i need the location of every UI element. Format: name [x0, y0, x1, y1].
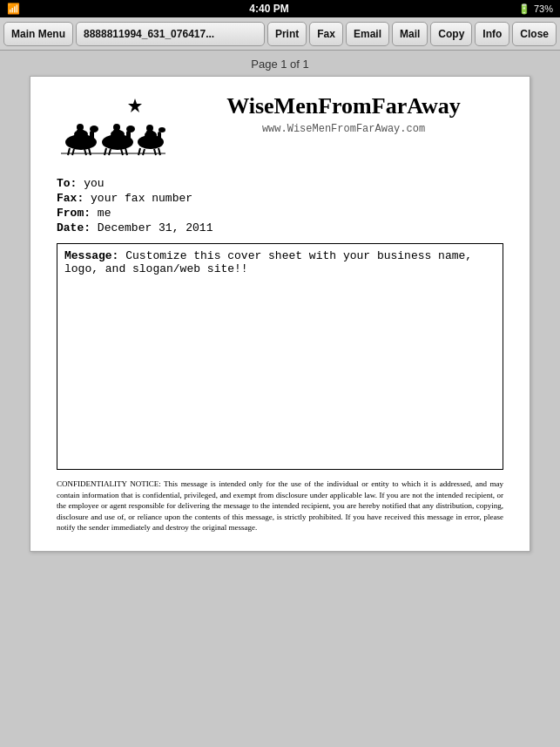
from-field: From: me: [57, 207, 503, 220]
from-value: me: [98, 207, 111, 220]
fax-number-display: 8888811994_631_076417...: [76, 22, 265, 46]
svg-line-18: [125, 148, 127, 155]
battery-percent: 73%: [534, 3, 553, 14]
status-time: 4:40 PM: [249, 3, 288, 15]
fax-header: WiseMenFromFarAway www.WiseMenFromFarAwa…: [57, 94, 503, 163]
company-name: WiseMenFromFarAway: [184, 94, 503, 119]
fax-field: Fax: your fax number: [57, 192, 503, 205]
date-field: Date: December 31, 2011: [57, 221, 503, 234]
to-label: To:: [57, 177, 77, 190]
copy-button[interactable]: Copy: [430, 22, 472, 46]
svg-rect-21: [113, 130, 120, 139]
mail-button[interactable]: Mail: [392, 22, 428, 46]
fax-value: your fax number: [91, 192, 192, 205]
toolbar: Main Menu 8888811994_631_076417... Print…: [0, 17, 560, 51]
date-value: December 31, 2011: [98, 221, 213, 234]
fax-label: Fax:: [57, 192, 84, 205]
fax-button[interactable]: Fax: [309, 22, 343, 46]
svg-line-26: [143, 149, 145, 155]
svg-point-14: [126, 126, 135, 132]
message-box: Message: Customize this cover sheet with…: [57, 243, 503, 470]
page-label: Page 1 of 1: [251, 58, 309, 71]
svg-line-27: [154, 149, 156, 155]
svg-rect-31: [146, 131, 153, 139]
svg-point-4: [90, 126, 98, 132]
main-menu-button[interactable]: Main Menu: [3, 22, 73, 46]
status-bar: 📶 4:40 PM 🔋 73%: [0, 0, 560, 17]
svg-line-16: [109, 149, 111, 155]
svg-line-15: [105, 148, 106, 155]
svg-rect-11: [77, 130, 84, 139]
svg-line-6: [72, 149, 74, 155]
company-url: www.WiseMenFromFarAway.com: [184, 123, 503, 135]
svg-point-24: [159, 127, 165, 132]
print-button[interactable]: Print: [267, 22, 307, 46]
to-value: you: [84, 177, 104, 190]
fax-sheet: WiseMenFromFarAway www.WiseMenFromFarAwa…: [30, 76, 530, 552]
svg-line-17: [121, 149, 123, 155]
content-area: Page 1 of 1: [0, 51, 560, 747]
close-button[interactable]: Close: [512, 22, 557, 46]
svg-line-25: [138, 148, 140, 155]
wifi-icon: 📶: [7, 3, 20, 15]
svg-rect-13: [126, 131, 131, 143]
svg-line-7: [84, 149, 86, 155]
svg-rect-3: [90, 131, 94, 143]
from-label: From:: [57, 207, 91, 220]
company-logo: [57, 94, 170, 163]
confidentiality-notice: CONFIDENTIALITY NOTICE: This message is …: [57, 479, 503, 533]
info-button[interactable]: Info: [475, 22, 509, 46]
company-info: WiseMenFromFarAway www.WiseMenFromFarAwa…: [184, 94, 503, 135]
battery-icon: 🔋: [518, 3, 530, 15]
svg-line-8: [89, 148, 91, 155]
message-label: Message:: [64, 249, 118, 262]
svg-line-28: [159, 148, 160, 155]
date-label: Date:: [57, 221, 91, 234]
message-value: Customize this cover sheet with your bus…: [64, 249, 472, 275]
to-field: To: you: [57, 177, 503, 190]
svg-rect-23: [158, 132, 161, 143]
svg-marker-1: [128, 98, 142, 112]
status-left: 📶: [7, 3, 20, 15]
email-button[interactable]: Email: [346, 22, 389, 46]
status-right: 🔋 73%: [518, 3, 553, 15]
svg-line-5: [68, 148, 70, 155]
fax-fields: To: you Fax: your fax number From: me Da…: [57, 177, 503, 234]
logo-svg: [57, 94, 170, 160]
